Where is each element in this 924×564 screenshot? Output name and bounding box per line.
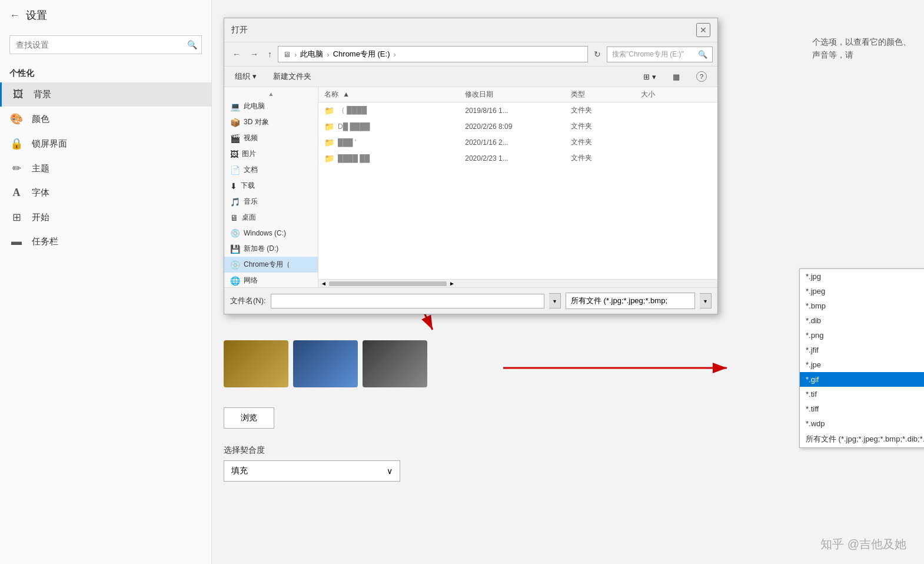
file-name-1: 📁 （ ████ bbox=[324, 105, 465, 115]
dropdown-item-tiff[interactable]: *.tiff bbox=[800, 402, 924, 416]
table-row[interactable]: 📁 D█ ████ 2020/2/26 8:09 文件夹 bbox=[318, 118, 717, 134]
dropdown-item-png[interactable]: *.png bbox=[800, 328, 924, 343]
files-column-headers: 名称 ▲ 修改日期 类型 大小 bbox=[318, 87, 717, 102]
hscroll-left-arrow[interactable]: ◄ bbox=[321, 280, 327, 287]
address-part-3: Chrome专用 (E:) bbox=[333, 49, 390, 59]
col-type: 类型 bbox=[571, 89, 642, 99]
organize-button[interactable]: 组织 ▾ bbox=[229, 69, 262, 84]
bg-thumb-1[interactable] bbox=[224, 340, 288, 387]
dialog-address-bar[interactable]: 🖥 › 此电脑 › Chrome专用 (E:) › bbox=[278, 46, 588, 62]
file-type-4: 文件夹 bbox=[571, 153, 642, 163]
taskbar-icon: ▬ bbox=[9, 235, 24, 248]
sidebar-item-docs[interactable]: 📄 文档 bbox=[224, 162, 318, 178]
dropdown-item-jpeg[interactable]: *.jpeg bbox=[800, 284, 924, 298]
layout-icon: ▦ bbox=[673, 72, 680, 81]
dialog-close-button[interactable]: ✕ bbox=[696, 23, 710, 37]
dropdown-item-jpe[interactable]: *.jpe bbox=[800, 357, 924, 372]
sidebar-title: 设置 bbox=[26, 8, 47, 22]
sidebar-nav-item-color[interactable]: 🎨 颜色 bbox=[0, 107, 211, 131]
table-row[interactable]: 📁 ███ ' 2020/1/16 2... 文件夹 bbox=[318, 134, 717, 150]
main-content: 个选项，以查看它的颜色、声音等，请 浏览 选择契合度 填充 ∨ 知乎 @吉他及她 bbox=[212, 0, 924, 564]
view-toggle-button[interactable]: ⊞ ▾ bbox=[637, 70, 662, 84]
sidebar-item-drivc[interactable]: 💿 Windows (C:) bbox=[224, 225, 318, 241]
filetype-dropdown-list: *.jpg *.jpeg *.bmp *.dib *.png *.jfif *.… bbox=[799, 268, 924, 448]
dropdown-item-wdp[interactable]: *.wdp bbox=[800, 416, 924, 431]
dropdown-item-all[interactable]: 所有文件 (*.jpg;*.jpeg;*.bmp;*.dib;*.png;*.j… bbox=[800, 431, 924, 447]
file-date-1: 2019/8/16 1... bbox=[465, 107, 570, 115]
dropdown-item-gif[interactable]: *.gif | bbox=[800, 372, 924, 387]
back-icon[interactable]: ← bbox=[9, 9, 20, 22]
file-type-3: 文件夹 bbox=[571, 137, 642, 147]
file-date-3: 2020/1/16 2... bbox=[465, 138, 570, 147]
desktop-icon: 🖥 bbox=[230, 213, 238, 223]
dropdown-item-jfif[interactable]: *.jfif bbox=[800, 343, 924, 357]
table-row[interactable]: 📁 （ ████ 2019/8/16 1... 文件夹 bbox=[318, 102, 717, 118]
sidebar-nav-item-taskbar[interactable]: ▬ 任务栏 bbox=[0, 230, 211, 254]
sidebar-nav-item-start[interactable]: ⊞ 开始 bbox=[0, 205, 211, 230]
sidebar-item-label-music: 音乐 bbox=[244, 197, 258, 207]
sidebar-nav-item-theme[interactable]: ✏ 主题 bbox=[0, 156, 211, 181]
sidebar-item-label-docs: 文档 bbox=[244, 165, 258, 175]
filetype-select[interactable]: 所有文件 (*.jpg;*.jpeg;*.bmp; bbox=[566, 293, 695, 309]
files-horizontal-scrollbar[interactable]: ◄ ► bbox=[318, 279, 717, 287]
search-icon: 🔍 bbox=[187, 40, 197, 49]
dialog-bottom-bar: 文件名(N): ▾ 所有文件 (*.jpg;*.jpeg;*.bmp; ▾ bbox=[224, 287, 717, 314]
filename-input[interactable] bbox=[271, 294, 544, 308]
browse-button[interactable]: 浏览 bbox=[224, 407, 274, 429]
new-folder-button[interactable]: 新建文件夹 bbox=[267, 69, 317, 84]
font-icon: A bbox=[9, 187, 24, 199]
table-row[interactable]: 📁 ████ ██ 2020/2/23 1... 文件夹 bbox=[318, 150, 717, 166]
sidebar-item-drivd[interactable]: 💾 新加卷 (D:) bbox=[224, 241, 318, 257]
filetype-dropdown-arrow[interactable]: ▾ bbox=[700, 293, 712, 308]
sidebar-item-music[interactable]: 🎵 音乐 bbox=[224, 194, 318, 210]
layout-button[interactable]: ▦ bbox=[667, 70, 686, 84]
scroll-up-indicator: ▲ bbox=[224, 89, 318, 98]
help-button[interactable]: ? bbox=[690, 69, 713, 84]
address-part-2: 此电脑 bbox=[300, 49, 323, 59]
files-area: 名称 ▲ 修改日期 类型 大小 📁 （ ████ 2019/8/16 1... bbox=[318, 87, 717, 287]
fit-dropdown[interactable]: 填充 ∨ bbox=[224, 460, 400, 482]
sidebar-item-thispc[interactable]: 💻 此电脑 bbox=[224, 98, 318, 114]
hscroll-right-arrow[interactable]: ► bbox=[449, 280, 455, 287]
dialog-up-button[interactable]: ↑ bbox=[264, 47, 275, 61]
dropdown-item-jpg[interactable]: *.jpg bbox=[800, 269, 924, 284]
sidebar-item-chrome[interactable]: 💿 Chrome专用（ bbox=[224, 257, 318, 273]
sidebar-item-label-drivc: Windows (C:) bbox=[244, 229, 286, 237]
sidebar-item-pictures[interactable]: 🖼 图片 bbox=[224, 146, 318, 162]
sidebar-item-label-video: 视频 bbox=[244, 133, 258, 143]
sidebar-item-3d[interactable]: 📦 3D 对象 bbox=[224, 114, 318, 130]
sidebar-item-downloads[interactable]: ⬇ 下载 bbox=[224, 178, 318, 194]
sidebar-nav-item-background[interactable]: 🖼 背景 bbox=[0, 82, 211, 107]
hscroll-thumb[interactable] bbox=[329, 281, 447, 286]
file-name-text-1: （ ████ bbox=[338, 105, 367, 115]
thispc-icon: 💻 bbox=[230, 102, 240, 111]
music-icon: 🎵 bbox=[230, 197, 240, 207]
dropdown-item-tif[interactable]: *.tif bbox=[800, 387, 924, 402]
watermark: 知乎 @吉他及她 bbox=[820, 536, 906, 552]
dialog-back-button[interactable]: ← bbox=[229, 47, 244, 61]
bg-thumb-2[interactable] bbox=[293, 340, 358, 387]
drivc-icon: 💿 bbox=[230, 228, 240, 238]
dialog-refresh-button[interactable]: ↻ bbox=[590, 47, 604, 61]
sidebar-nav-item-font[interactable]: A 字体 bbox=[0, 181, 211, 205]
dialog-forward-button[interactable]: → bbox=[247, 47, 262, 61]
sidebar-item-video[interactable]: 🎬 视频 bbox=[224, 130, 318, 146]
sidebar-nav-item-lockscreen[interactable]: 🔒 锁屏界面 bbox=[0, 131, 211, 156]
pictures-icon: 🖼 bbox=[230, 150, 238, 159]
file-name-text-2: D█ ████ bbox=[338, 122, 370, 131]
dropdown-item-dib[interactable]: *.dib bbox=[800, 313, 924, 328]
sidebar-item-label-drivd: 新加卷 (D:) bbox=[244, 244, 278, 254]
chrome-icon: 💿 bbox=[230, 260, 240, 270]
col-date: 修改日期 bbox=[465, 89, 570, 99]
dialog-search-box[interactable]: 搜索"Chrome专用 (E:)" 🔍 bbox=[607, 47, 713, 62]
sidebar-item-label-theme: 主题 bbox=[32, 163, 49, 174]
search-input[interactable] bbox=[9, 35, 202, 54]
filename-dropdown-arrow[interactable]: ▾ bbox=[549, 293, 561, 308]
address-separator-3: › bbox=[393, 50, 395, 59]
sidebar-item-label-taskbar: 任务栏 bbox=[32, 236, 58, 247]
sidebar-item-network[interactable]: 🌐 网络 bbox=[224, 273, 318, 287]
bg-thumb-3[interactable] bbox=[363, 340, 427, 387]
sidebar-item-desktop[interactable]: 🖥 桌面 bbox=[224, 210, 318, 225]
dialog-body: ▲ 💻 此电脑 📦 3D 对象 🎬 视频 🖼 图片 bbox=[224, 87, 717, 287]
dropdown-item-bmp[interactable]: *.bmp bbox=[800, 298, 924, 313]
